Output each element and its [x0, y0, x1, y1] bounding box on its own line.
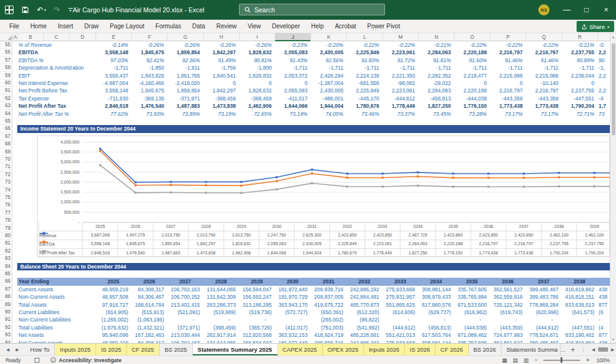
cell[interactable]: 209,838,716: [310, 286, 343, 293]
row-header-58[interactable]: 58: [0, 64, 10, 71]
cell[interactable]: (620,996): [525, 309, 558, 316]
cell[interactable]: 416,819,862: [562, 286, 594, 293]
row-header-91[interactable]: 91: [0, 316, 10, 323]
column-header-M[interactable]: M: [383, 33, 418, 41]
cell[interactable]: (541,992): [346, 324, 379, 331]
row-header-79[interactable]: 79: [0, 225, 10, 232]
minimize-button[interactable]: —: [557, 0, 577, 20]
cell[interactable]: 335,765,894: [454, 293, 487, 301]
cell[interactable]: 1,840,541: [203, 72, 236, 79]
cell[interactable]: 84,308,317: [131, 286, 164, 293]
cell[interactable]: 1,473,838: [203, 102, 236, 110]
cell[interactable]: 90.81%: [239, 57, 272, 64]
share-button[interactable]: Share ▾: [577, 21, 614, 32]
cell[interactable]: 91.72%: [383, 57, 415, 64]
sheet-tab-cf-2025[interactable]: CF 2025: [127, 344, 160, 355]
cell[interactable]: -0.26%: [203, 41, 236, 49]
close-button[interactable]: ×: [596, 0, 616, 20]
hscroll-left-icon[interactable]: ◀: [592, 347, 595, 352]
sheet-tab-statements-summa[interactable]: Statements Summa: [501, 344, 561, 355]
cell[interactable]: 2,430,005: [310, 49, 343, 56]
cell[interactable]: 2,218,477: [454, 72, 487, 79]
cell[interactable]: 263,286,373: [203, 301, 236, 309]
cell[interactable]: -0.20%: [310, 41, 343, 49]
column-header-N[interactable]: N: [418, 33, 454, 41]
cell[interactable]: 73.17%: [490, 110, 522, 118]
sheet-tab-how-to[interactable]: How To: [25, 344, 55, 355]
zoom-slider-thumb[interactable]: [561, 357, 562, 363]
column-header-P[interactable]: P: [490, 33, 525, 41]
cell[interactable]: -443,359: [525, 95, 558, 102]
cell[interactable]: 2,237,755: [562, 87, 594, 94]
cell[interactable]: -1,911: [167, 64, 200, 71]
cell[interactable]: (1,265,002): [95, 316, 128, 323]
cell[interactable]: (1,432,321): [131, 324, 164, 331]
cell[interactable]: 1,773,438: [490, 102, 522, 110]
cell[interactable]: 275,931,957: [383, 293, 415, 301]
row-header-75[interactable]: 75: [0, 194, 10, 201]
cell[interactable]: (444,612): [525, 324, 558, 331]
cell[interactable]: -0.26%: [131, 41, 164, 49]
cell[interactable]: 2,215,086: [525, 72, 558, 79]
cell[interactable]: 363,532,153: [275, 331, 307, 339]
cell[interactable]: 106,702,163: [167, 286, 200, 293]
cell[interactable]: 106,700,252: [167, 293, 200, 301]
cell[interactable]: 48,959,219: [95, 286, 128, 293]
cell[interactable]: 2,223,061: [383, 49, 415, 56]
cell[interactable]: 97,916,727: [95, 301, 128, 309]
row-header-93[interactable]: 93: [0, 331, 10, 339]
cell[interactable]: 73.19%: [203, 110, 236, 118]
cell[interactable]: -: [275, 316, 302, 323]
cell[interactable]: -: [562, 316, 589, 323]
cell[interactable]: 90.89%: [562, 57, 594, 64]
cell[interactable]: 2,224,138: [346, 72, 379, 79]
column-header-C[interactable]: C: [43, 33, 69, 41]
row-header-81[interactable]: 81: [0, 240, 10, 247]
cell[interactable]: (619,743): [490, 309, 522, 316]
cell[interactable]: (265,002): [310, 316, 343, 323]
cell[interactable]: 1,828,632: [239, 87, 272, 94]
cell[interactable]: (515,913): [131, 309, 164, 316]
cell[interactable]: 213,402,415: [167, 301, 200, 309]
zoom-in-icon[interactable]: +: [586, 357, 590, 363]
cell[interactable]: 0: [203, 79, 236, 87]
zoom-out-icon[interactable]: −: [534, 357, 538, 363]
ribbon-tab-file[interactable]: File: [4, 20, 25, 33]
cell[interactable]: -411,017: [275, 95, 307, 102]
cell[interactable]: 551,865,625: [383, 301, 415, 309]
cell[interactable]: 389,483,786: [525, 293, 558, 301]
cell[interactable]: 2,221,350: [383, 72, 415, 79]
cell-partial[interactable]: 73: [599, 110, 610, 118]
row-header-59[interactable]: 59: [0, 72, 10, 79]
cell[interactable]: 73.46%: [346, 110, 379, 118]
cell[interactable]: 416,818,151: [562, 293, 594, 301]
cell[interactable]: 0: [562, 79, 594, 87]
column-header-G[interactable]: G: [167, 33, 203, 41]
scroll-down-icon[interactable]: ▼: [610, 338, 616, 341]
cell[interactable]: 2,216,797: [525, 49, 558, 56]
row-header-76[interactable]: 76: [0, 201, 10, 209]
cell[interactable]: -0.14%: [95, 41, 128, 49]
cell[interactable]: 2,225,849: [346, 49, 379, 56]
cell[interactable]: (1,976,632): [95, 324, 128, 331]
cell[interactable]: (814,905): [95, 309, 128, 316]
cell[interactable]: 262,917,914: [203, 331, 236, 339]
cell[interactable]: -486,001: [310, 95, 343, 102]
cell[interactable]: -0.22%: [525, 41, 558, 49]
sheet-tab-is-2025[interactable]: IS 2025: [96, 344, 127, 355]
cell[interactable]: 778,524,671: [525, 331, 558, 339]
sheet-tab-is-2026[interactable]: IS 2026: [405, 344, 436, 355]
cell[interactable]: 73.45%: [418, 110, 451, 118]
cell[interactable]: -: [525, 316, 553, 323]
cell[interactable]: 91.60%: [454, 57, 487, 64]
cell[interactable]: (371,971): [167, 324, 200, 331]
vertical-scrollbar[interactable]: ▲ ▼: [610, 33, 616, 343]
cell-partial[interactable]: 2,2: [599, 72, 610, 79]
column-header-O[interactable]: O: [454, 33, 490, 41]
macro-record-icon[interactable]: [34, 358, 39, 363]
row-header-64[interactable]: 64: [0, 110, 10, 118]
cell-partial[interactable]: (4: [599, 324, 610, 331]
cell[interactable]: (612,320): [346, 309, 379, 316]
cell[interactable]: 833,638,013: [562, 301, 594, 309]
cell[interactable]: 2,055,083: [275, 49, 307, 56]
